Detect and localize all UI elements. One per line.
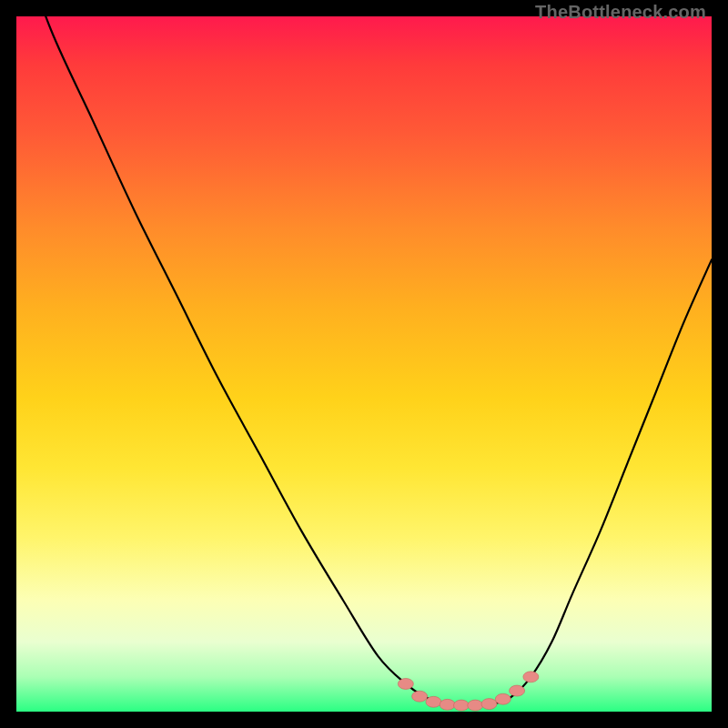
- flat-region-marker: [412, 691, 428, 702]
- chart-container: TheBottleneck.com: [0, 0, 728, 728]
- flat-region-marker: [510, 685, 525, 696]
- flat-region-marker: [453, 700, 469, 711]
- chart-overlay: [16, 16, 712, 712]
- watermark-text: TheBottleneck.com: [535, 2, 706, 23]
- flat-region-marker: [426, 696, 441, 707]
- flat-region-marker: [440, 699, 455, 710]
- flat-region-markers: [398, 672, 539, 711]
- bottleneck-curve: [16, 16, 712, 705]
- plot-area: [16, 16, 712, 712]
- flat-region-marker: [398, 678, 413, 689]
- flat-region-marker: [495, 693, 511, 704]
- flat-region-marker: [523, 672, 539, 682]
- flat-region-marker: [468, 700, 483, 711]
- flat-region-marker: [481, 699, 497, 710]
